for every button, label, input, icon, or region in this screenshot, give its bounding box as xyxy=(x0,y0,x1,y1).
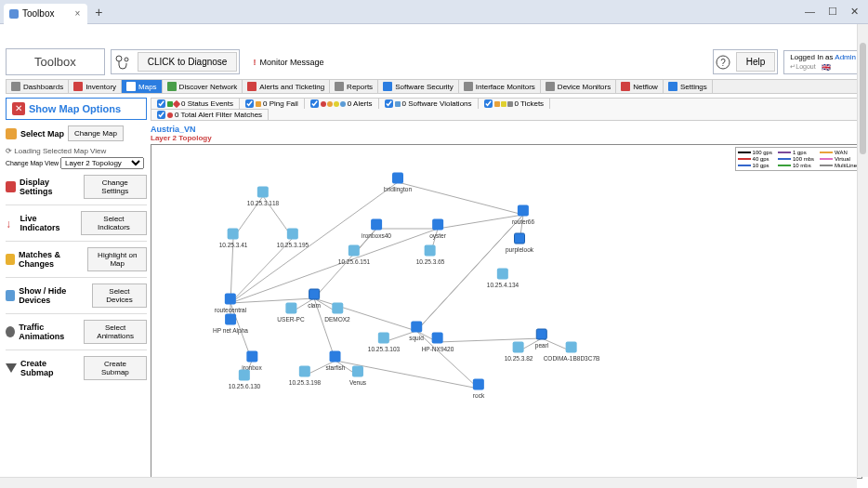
close-icon[interactable]: × xyxy=(74,8,80,19)
device-icon xyxy=(287,229,298,240)
select-devices-button[interactable]: Select Devices xyxy=(92,284,147,308)
node-codima[interactable]: CODIMA-1B8D3C7B xyxy=(544,342,600,362)
filter-status[interactable]: 0 Status Events xyxy=(151,99,240,109)
select-animations-button[interactable]: Select Animations xyxy=(84,320,147,344)
create-submap-button[interactable]: Create Submap xyxy=(84,356,147,380)
node-oyster[interactable]: oyster xyxy=(429,219,446,239)
filter-status-check[interactable] xyxy=(157,99,165,108)
node-n26[interactable]: 10.25.3.198 xyxy=(289,366,321,386)
device-icon xyxy=(432,219,443,231)
node-bridlington[interactable]: bridlington xyxy=(384,173,412,192)
node-hpnet[interactable]: HP net Alpha xyxy=(213,314,248,334)
node-purplelook[interactable]: purplelook xyxy=(506,233,533,253)
node-ironbox[interactable]: ironbox xyxy=(242,351,261,371)
change-map-button[interactable]: Change Map xyxy=(68,125,124,141)
main: ✕ Show Map Options Select Map Change Map… xyxy=(6,98,862,479)
node-clam[interactable]: clam xyxy=(308,289,321,309)
menu-interface-monitors[interactable]: Interface Monitors xyxy=(459,80,541,93)
close-window-icon[interactable]: ✕ xyxy=(850,6,859,18)
device-icon xyxy=(425,245,436,257)
node-venus[interactable]: Venus xyxy=(349,366,366,386)
device-icon xyxy=(536,329,547,340)
menu-software-security[interactable]: Software Security xyxy=(378,80,459,93)
highlight-button[interactable]: Highlight on Map xyxy=(87,247,147,271)
node-n1[interactable]: 10.25.3.118 xyxy=(247,187,279,206)
menu-alerts[interactable]: Alerts and Ticketing xyxy=(243,80,330,93)
select-indicators-button[interactable]: Select Indicators xyxy=(81,211,147,235)
browser-tab[interactable]: Toolbox × xyxy=(4,4,87,24)
maximize-icon[interactable]: ☐ xyxy=(828,6,837,18)
help-button[interactable]: Help xyxy=(736,52,776,72)
click-diagnose-button[interactable]: CLICK to Diagnose xyxy=(138,52,238,72)
legend-item: Virtual xyxy=(820,156,857,162)
menu-settings[interactable]: Settings xyxy=(664,80,713,93)
change-settings-button[interactable]: Change Settings xyxy=(84,175,147,199)
device-icon xyxy=(514,233,525,244)
filter-total[interactable]: 0 Total Alert Filter Matches xyxy=(151,109,269,120)
node-n15[interactable]: 10.25.4.134 xyxy=(487,269,519,288)
scroll-thumb[interactable] xyxy=(860,43,866,154)
node-demox2[interactable]: DEMOX2 xyxy=(324,303,349,323)
node-n24[interactable]: 10.25.6.130 xyxy=(229,370,260,389)
legend-item: 10 gps xyxy=(738,163,772,168)
change-map-view-select[interactable]: Layer 2 Topology xyxy=(60,157,144,169)
node-userpc[interactable]: USER-PC xyxy=(277,303,304,323)
node-n8[interactable]: 10.25.3.65 xyxy=(416,245,445,265)
node-starfish[interactable]: starfish xyxy=(326,351,346,371)
device-icon xyxy=(257,187,269,198)
menu-discover[interactable]: Discover Network xyxy=(163,80,243,93)
submap-label: Create Submap xyxy=(20,359,80,377)
svg-line-14 xyxy=(438,215,523,229)
device-icon xyxy=(239,370,250,381)
filter-tickets[interactable]: 0 Tickets xyxy=(479,99,551,109)
minimize-icon[interactable]: — xyxy=(805,6,815,18)
node-router66[interactable]: router66 xyxy=(512,205,534,225)
filter-alerts[interactable]: 0 Alerts xyxy=(305,99,379,109)
device-icon xyxy=(349,245,360,257)
node-label: 10.25.3.195 xyxy=(277,242,309,248)
node-ironboxs40[interactable]: ironboxs40 xyxy=(362,219,391,239)
filter-alerts-check[interactable] xyxy=(310,99,319,108)
svg-line-8 xyxy=(398,182,523,215)
filter-tickets-label: 0 Tickets xyxy=(515,99,545,108)
filter-tickets-check[interactable] xyxy=(484,99,493,108)
filter-ping[interactable]: 0 Ping Fail xyxy=(240,99,305,109)
device-icon xyxy=(352,366,363,377)
logout-link[interactable]: ↵Logout xyxy=(790,63,815,71)
menu-netflow[interactable]: Netflow xyxy=(616,80,664,93)
node-rock[interactable]: rock xyxy=(473,379,484,399)
filter-ping-check[interactable] xyxy=(245,99,254,108)
menu-inventory[interactable]: Inventory xyxy=(69,80,122,93)
settings-icon xyxy=(6,181,16,192)
topology-canvas[interactable]: 100 gps1 gpsWAN40 gps100 mbsVirtual10 gp… xyxy=(151,144,862,479)
node-hpnx[interactable]: HP-NX9420 xyxy=(422,333,454,352)
menu-reports[interactable]: Reports xyxy=(330,80,378,93)
flag-icon[interactable]: 🇬🇧 xyxy=(822,63,831,72)
close-panel-icon[interactable]: ✕ xyxy=(12,102,25,115)
node-n18[interactable]: 10.25.3.103 xyxy=(368,333,400,352)
scrollbar-vertical[interactable] xyxy=(857,24,868,477)
map-title: Austria_VN xyxy=(151,125,862,134)
menu-dashboards[interactable]: Dashboards xyxy=(7,80,69,93)
toolbox-button[interactable]: Toolbox xyxy=(6,48,105,75)
filter-software[interactable]: 0 Software Violations xyxy=(379,99,479,109)
menu-device-monitors[interactable]: Device Monitors xyxy=(541,80,616,93)
scrollbar-horizontal[interactable] xyxy=(0,477,857,488)
node-n20[interactable]: 10.25.3.82 xyxy=(505,342,533,362)
node-n6[interactable]: 10.25.6.151 xyxy=(338,245,370,265)
node-n3[interactable]: 10.25.3.195 xyxy=(277,229,309,248)
select-map-label: Select Map xyxy=(20,129,64,138)
filter-total-check[interactable] xyxy=(157,111,165,119)
filter-software-check[interactable] xyxy=(385,99,393,108)
filter-total-label: 0 Total Alert Filter Matches xyxy=(175,111,262,119)
device-icon xyxy=(299,366,310,377)
menu-maps[interactable]: Maps xyxy=(122,80,163,93)
arrow-down-icon: ↓ xyxy=(6,218,17,229)
node-label: clam xyxy=(308,302,321,309)
node-label: 10.25.3.103 xyxy=(368,346,400,352)
new-tab-button[interactable]: + xyxy=(95,5,102,20)
node-routecentral[interactable]: routecentral xyxy=(215,294,246,313)
traffic-label: Traffic Animations xyxy=(19,323,80,341)
device-icon xyxy=(392,173,403,184)
node-n2[interactable]: 10.25.3.41 xyxy=(219,229,248,248)
